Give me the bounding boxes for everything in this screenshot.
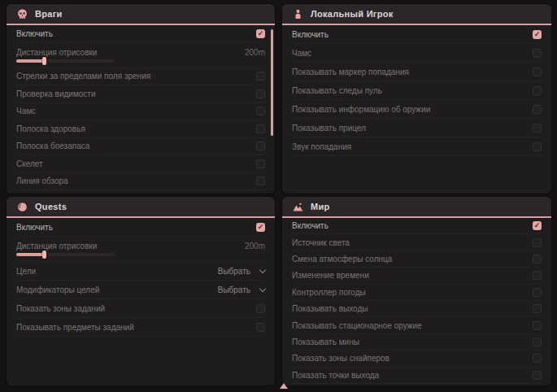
settings-row: Полоска здоровья [16,120,265,138]
checkbox[interactable] [256,107,265,115]
row-label: Включить [292,221,329,230]
dropdown[interactable]: Выбрать [218,267,265,276]
checkbox-checked[interactable]: ✓ [256,29,265,38]
panel-title: Враги [35,9,63,19]
panel-world: Мир Включить✓Источник светаСмена атмосфе… [282,197,551,385]
person-icon [293,9,303,20]
checkbox[interactable] [533,105,542,114]
row-label: Звук попадания [292,142,351,151]
checkbox[interactable] [533,338,542,346]
settings-row: Полоска боезапаса [16,138,265,156]
settings-row: Показать зоны снайперов [292,351,542,367]
checkbox[interactable] [533,86,542,95]
settings-grid: Враги Включить✓Дистанция отрисовки200mСт… [0,0,557,385]
settings-row: Чамс [292,44,542,63]
row-label: Чамс [16,107,36,115]
settings-row: Стрелки за пределами поля зрения [16,68,265,86]
slider-value: 200m [245,48,265,57]
settings-row: Скелет [16,155,265,173]
checkbox[interactable] [256,323,265,332]
checkbox[interactable] [533,238,542,247]
settings-row: Показывать следы пуль [292,81,542,100]
slider-fill [16,59,44,63]
settings-row: Дистанция отрисовки200m [16,43,265,68]
row-label: Стрелки за пределами поля зрения [16,72,150,81]
panel-local-player: Локальный Игрок Включить✓ЧамсПоказывать … [282,4,551,194]
checkbox[interactable] [533,255,542,264]
row-label: Показывать маркер попадания [292,68,409,76]
mountain-icon [293,202,303,212]
settings-row: Показывать мины [292,334,542,351]
checkbox[interactable] [256,124,265,133]
row-label: Чамс [292,49,311,58]
slider-thumb[interactable] [42,57,46,65]
skull-icon [17,9,28,20]
checkbox-checked[interactable]: ✓ [533,221,542,230]
settings-row: Показать точки выхода [292,368,542,384]
panel-enemies: Враги Включить✓Дистанция отрисовки200mСт… [7,4,275,194]
row-label: Цели [16,267,36,276]
row-label: Показывать информацию об оружии [292,105,430,114]
checkbox[interactable] [533,354,542,363]
dropdown-value: Выбрать [218,285,250,294]
settings-row: Проверка видимости [16,85,265,103]
row-label: Контроллер погоды [292,288,366,297]
checkbox[interactable] [256,72,265,81]
checkbox[interactable] [256,176,265,185]
panel-world-body: Включить✓Источник светаСмена атмосферы с… [282,218,551,385]
checkbox[interactable] [533,68,542,76]
settings-row: Показывать маркер попадания [292,63,542,81]
checkbox[interactable] [533,142,542,151]
settings-row: Изменение времени [292,268,542,284]
panel-title: Мир [311,202,330,211]
settings-row: Показывать следы пуль [16,190,265,194]
slider[interactable] [16,59,114,63]
row-label: Включить [292,30,329,39]
panel-quests-body: Включить✓Дистанция отрисовки200mЦелиВыбр… [7,218,275,385]
checkbox[interactable] [533,124,542,133]
checkbox-checked[interactable]: ✓ [256,223,265,232]
panel-quests: Quests Включить✓Дистанция отрисовки200mЦ… [7,197,275,385]
settings-row: Включить✓ [16,25,265,43]
checkbox[interactable] [533,49,542,58]
settings-row: Показывать информацию об оружии [292,100,542,119]
row-label: Источник света [292,238,350,247]
panel-title: Локальный Игрок [311,9,394,19]
dropdown[interactable]: Выбрать [218,285,265,294]
panel-title: Quests [35,202,67,211]
slider[interactable] [16,253,114,256]
chevron-down-icon [259,266,266,272]
slider-value: 200m [245,242,265,250]
checkbox[interactable] [533,371,542,380]
checkbox[interactable] [533,288,542,297]
scrollbar[interactable] [271,29,273,136]
row-label: Включить [16,223,53,232]
checkbox[interactable] [533,271,542,280]
slider-thumb[interactable] [42,250,46,259]
dropdown-value: Выбрать [218,267,250,276]
row-label: Показывать стационарное оружие [292,321,422,330]
settings-row: Показывать предметы заданий [16,318,265,337]
panel-world-header: Мир [282,197,551,218]
settings-row: Показывать выходы [292,301,542,317]
checkbox[interactable] [256,142,265,150]
row-label: Смена атмосферы солнца [292,255,392,264]
row-label: Изменение времени [292,271,369,280]
row-label: Показывать следы пуль [292,86,382,95]
checkbox[interactable] [256,159,265,168]
checkbox[interactable] [256,89,265,98]
checkbox-checked[interactable]: ✓ [533,30,542,39]
settings-row: Дистанция отрисовки200m [16,237,265,262]
settings-row: Показать зоны заданий [16,299,265,318]
settings-row: Модификаторы целейВыбрать [16,281,265,299]
slider-fill [16,253,44,256]
checkbox[interactable] [256,304,265,313]
panel-local-player-header: Локальный Игрок [282,4,551,25]
checkbox[interactable] [533,304,542,313]
panel-local-player-body: Включить✓ЧамсПоказывать маркер попадания… [282,25,551,194]
checkbox[interactable] [533,321,542,330]
row-label: Показывать выходы [292,304,368,313]
panel-enemies-header: Враги [7,4,275,25]
row-label: Проверка видимости [16,89,96,98]
slider-row-header: Дистанция отрисовки200m [16,48,265,57]
